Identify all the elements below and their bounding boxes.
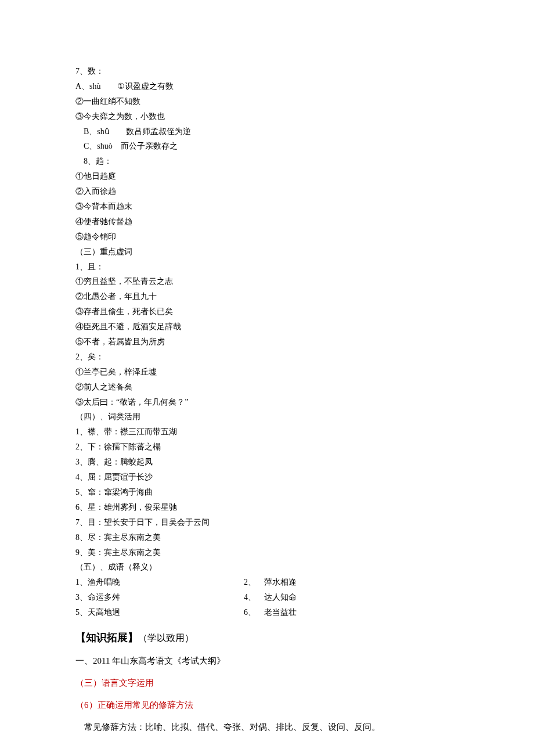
word-class-8: 8、尽：宾主尽东南之美 xyxy=(75,530,459,545)
qie-1-1: ①穷且益坚，不坠青云之志 xyxy=(75,274,459,289)
document-page: 7、数： A、shù ①识盈虚之有数 ②一曲红绡不知数 ③今夫弈之为数，小数也 … xyxy=(0,0,534,756)
qie-1-2: ②北愚公者，年且九十 xyxy=(75,289,459,304)
item-7-a-3: ③今夫弈之为数，小数也 xyxy=(75,109,459,124)
word-class-1: 1、襟、带：襟三江而带五湖 xyxy=(75,424,459,440)
idiom-6: 6、 老当益壮 xyxy=(244,605,459,620)
yi-2-2: ②前人之述备矣 xyxy=(75,380,459,395)
word-class-2: 2、下：徐孺下陈蕃之榻 xyxy=(75,440,459,455)
qie-1-5: ⑤不者，若属皆且为所虏 xyxy=(75,334,459,350)
item-7-c: C、shuò 而公子亲数存之 xyxy=(75,139,459,154)
word-class-9: 9、美：宾主尽东南之美 xyxy=(75,545,459,560)
idiom-row-1: 1、渔舟唱晚 2、 萍水相逢 xyxy=(75,575,459,590)
knowledge-expand-title: 【知识拓展】 xyxy=(75,632,138,643)
item-7-title: 7、数： xyxy=(75,64,459,79)
word-class-5: 5、窜：窜梁鸿于海曲 xyxy=(75,485,459,500)
word-class-7: 7、目：望长安于日下，目吴会于云间 xyxy=(75,515,459,530)
expand-line-3: （6）正确运用常见的修辞方法 xyxy=(75,697,459,714)
expand-line-4: 常见修辞方法：比喻、比拟、借代、夸张、对偶、排比、反复、设问、反问。 xyxy=(75,719,459,736)
item-8-1: ①他日趋庭 xyxy=(75,169,459,184)
word-class-3: 3、腾、起：腾蛟起凤 xyxy=(75,455,459,470)
idiom-row-3: 5、天高地迥 6、 老当益壮 xyxy=(75,605,459,620)
knowledge-expand-header: 【知识拓展】（学以致用） xyxy=(75,628,459,647)
item-8-5: ⑤趋令销印 xyxy=(75,229,459,244)
idiom-5: 5、天高地迥 xyxy=(75,605,244,620)
qie-1-3: ③存者且偷生，死者长已矣 xyxy=(75,304,459,319)
section-3-heading: （三）重点虚词 xyxy=(75,244,459,260)
qie-1-title: 1、且： xyxy=(75,260,459,275)
item-7-a-2: ②一曲红绡不知数 xyxy=(75,94,459,109)
item-7-b: B、shǔ 数吕师孟叔侄为逆 xyxy=(75,124,459,139)
idiom-1: 1、渔舟唱晚 xyxy=(75,575,244,590)
item-8-3: ③今背本而趋末 xyxy=(75,199,459,214)
item-8-4: ④使者驰传督趋 xyxy=(75,214,459,229)
yi-2-1: ①兰亭已矣，梓泽丘墟 xyxy=(75,365,459,380)
expand-line-2: （三）语言文字运用 xyxy=(75,675,459,692)
idiom-3: 3、命运多舛 xyxy=(75,590,244,605)
idiom-2: 2、 萍水相逢 xyxy=(244,575,459,590)
yi-2-3: ③太后曰：“敬诺，年几何矣？” xyxy=(75,395,459,410)
section-5-heading: （五）、成语（释义） xyxy=(75,560,459,575)
knowledge-expand-subtitle: （学以致用） xyxy=(138,633,194,643)
expand-line-1: 一、2011 年山东高考语文《考试大纲》 xyxy=(75,653,459,669)
word-class-6: 6、星：雄州雾列，俊采星驰 xyxy=(75,500,459,515)
idiom-4: 4、 达人知命 xyxy=(244,590,459,605)
section-4-heading: （四）、词类活用 xyxy=(75,409,459,424)
yi-2-title: 2、矣： xyxy=(75,350,459,365)
word-class-4: 4、屈：屈贾谊于长沙 xyxy=(75,470,459,485)
item-7-a: A、shù ①识盈虚之有数 xyxy=(75,79,459,94)
idiom-row-2: 3、命运多舛 4、 达人知命 xyxy=(75,590,459,605)
item-8-2: ②入而徐趋 xyxy=(75,184,459,199)
qie-1-4: ④臣死且不避，卮酒安足辞哉 xyxy=(75,319,459,334)
item-8-title: 8、趋： xyxy=(75,154,459,169)
